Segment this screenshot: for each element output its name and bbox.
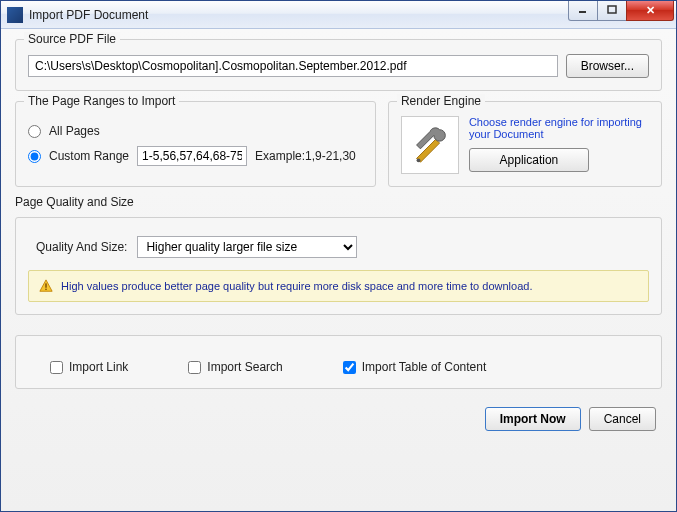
import-toc-option[interactable]: Import Table of Content: [343, 360, 487, 374]
application-button[interactable]: Application: [469, 148, 589, 172]
browse-button[interactable]: Browser...: [566, 54, 649, 78]
import-toc-label: Import Table of Content: [362, 360, 487, 374]
import-search-checkbox[interactable]: [188, 361, 201, 374]
quality-section: Page Quality and Size Quality And Size: …: [15, 195, 662, 325]
cancel-button[interactable]: Cancel: [589, 407, 656, 431]
source-file-group: Source PDF File Browser...: [15, 39, 662, 91]
page-ranges-group: The Page Ranges to Import All Pages Cust…: [15, 101, 376, 187]
all-pages-radio[interactable]: [28, 125, 41, 138]
quality-section-label: Page Quality and Size: [15, 195, 134, 209]
custom-range-radio[interactable]: [28, 150, 41, 163]
window-title: Import PDF Document: [29, 8, 568, 22]
footer-buttons: Import Now Cancel: [15, 399, 662, 433]
source-path-input[interactable]: [28, 55, 558, 77]
app-icon: [7, 7, 23, 23]
dialog-window: Import PDF Document ✕ Source PDF File Br…: [0, 0, 677, 512]
minimize-button[interactable]: [568, 1, 598, 21]
source-legend: Source PDF File: [24, 32, 120, 46]
svg-rect-4: [45, 283, 46, 287]
window-controls: ✕: [568, 1, 674, 21]
import-link-option[interactable]: Import Link: [50, 360, 128, 374]
import-toc-checkbox[interactable]: [343, 361, 356, 374]
pages-legend: The Page Ranges to Import: [24, 94, 179, 108]
close-icon: ✕: [646, 4, 655, 17]
info-text: High values produce better page quality …: [61, 280, 532, 292]
options-group: Import Link Import Search Import Table o…: [15, 335, 662, 389]
client-area: Source PDF File Browser... The Page Rang…: [1, 29, 676, 511]
all-pages-label[interactable]: All Pages: [49, 124, 100, 138]
tools-icon: [401, 116, 459, 174]
import-now-button[interactable]: Import Now: [485, 407, 581, 431]
render-engine-group: Render Engine Choose render engine for i…: [388, 101, 662, 187]
info-strip: High values produce better page quality …: [28, 270, 649, 302]
svg-point-3: [417, 158, 421, 162]
render-legend: Render Engine: [397, 94, 485, 108]
import-search-label: Import Search: [207, 360, 282, 374]
svg-rect-5: [45, 289, 46, 290]
quality-select[interactable]: Higher quality larger file size: [137, 236, 357, 258]
import-search-option[interactable]: Import Search: [188, 360, 282, 374]
maximize-button[interactable]: [597, 1, 627, 21]
example-text: Example:1,9-21,30: [255, 149, 356, 163]
import-link-checkbox[interactable]: [50, 361, 63, 374]
import-link-label: Import Link: [69, 360, 128, 374]
close-button[interactable]: ✕: [626, 1, 674, 21]
svg-rect-1: [608, 6, 616, 13]
titlebar[interactable]: Import PDF Document ✕: [1, 1, 676, 29]
warning-icon: [39, 279, 53, 293]
custom-range-input[interactable]: [137, 146, 247, 166]
render-hint: Choose render engine for importing your …: [469, 116, 649, 140]
quality-label: Quality And Size:: [36, 240, 127, 254]
custom-range-label[interactable]: Custom Range: [49, 149, 129, 163]
